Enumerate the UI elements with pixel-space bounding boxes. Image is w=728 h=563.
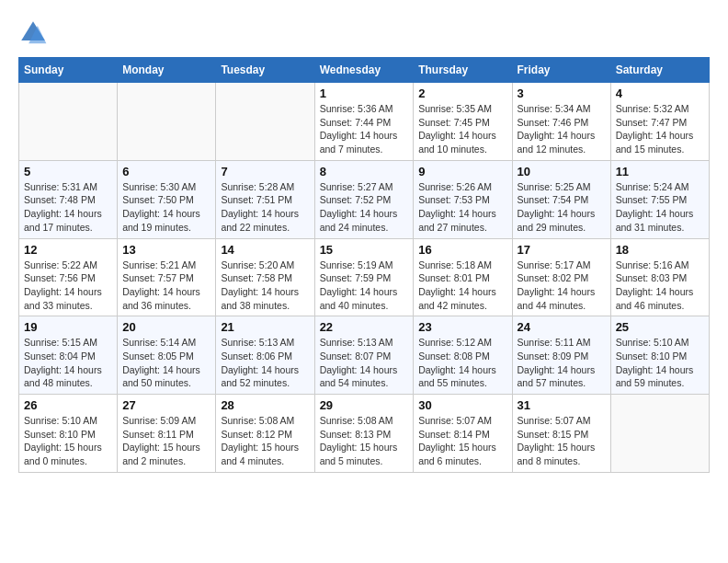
calendar-cell: 18Sunrise: 5:16 AMSunset: 8:03 PMDayligh… — [610, 238, 709, 316]
weekday-header-friday: Friday — [512, 58, 610, 83]
day-info: Sunrise: 5:36 AMSunset: 7:44 PMDaylight:… — [320, 102, 409, 156]
day-info: Sunrise: 5:10 AMSunset: 8:10 PMDaylight:… — [24, 414, 112, 468]
calendar-cell — [610, 395, 709, 473]
calendar-cell: 14Sunrise: 5:20 AMSunset: 7:58 PMDayligh… — [216, 238, 314, 316]
day-number: 2 — [418, 86, 506, 100]
day-info: Sunrise: 5:12 AMSunset: 8:08 PMDaylight:… — [418, 336, 506, 390]
day-info: Sunrise: 5:15 AMSunset: 8:04 PMDaylight:… — [24, 336, 112, 390]
calendar-cell: 30Sunrise: 5:07 AMSunset: 8:14 PMDayligh… — [414, 395, 512, 473]
calendar-cell: 22Sunrise: 5:13 AMSunset: 8:07 PMDayligh… — [314, 316, 414, 395]
day-info: Sunrise: 5:11 AMSunset: 8:09 PMDaylight:… — [518, 336, 606, 390]
calendar-cell: 8Sunrise: 5:27 AMSunset: 7:52 PMDaylight… — [314, 160, 414, 238]
day-info: Sunrise: 5:07 AMSunset: 8:15 PMDaylight:… — [518, 414, 606, 468]
day-number: 1 — [320, 86, 409, 100]
day-number: 17 — [518, 243, 606, 257]
calendar-week-1: 1Sunrise: 5:36 AMSunset: 7:44 PMDaylight… — [19, 83, 710, 161]
day-info: Sunrise: 5:08 AMSunset: 8:13 PMDaylight:… — [320, 414, 409, 468]
day-info: Sunrise: 5:19 AMSunset: 7:59 PMDaylight:… — [320, 259, 409, 313]
calendar-cell: 29Sunrise: 5:08 AMSunset: 8:13 PMDayligh… — [314, 395, 414, 473]
calendar-cell: 26Sunrise: 5:10 AMSunset: 8:10 PMDayligh… — [19, 395, 118, 473]
calendar-cell: 11Sunrise: 5:24 AMSunset: 7:55 PMDayligh… — [610, 160, 709, 238]
day-number: 6 — [122, 165, 210, 178]
day-info: Sunrise: 5:17 AMSunset: 8:02 PMDaylight:… — [518, 259, 606, 313]
day-number: 29 — [320, 398, 409, 412]
calendar-cell: 7Sunrise: 5:28 AMSunset: 7:51 PMDaylight… — [216, 160, 314, 238]
day-number: 7 — [221, 165, 309, 178]
day-number: 16 — [418, 243, 506, 257]
calendar-week-2: 5Sunrise: 5:31 AMSunset: 7:48 PMDaylight… — [19, 160, 710, 238]
calendar-cell: 20Sunrise: 5:14 AMSunset: 8:05 PMDayligh… — [118, 316, 216, 395]
day-info: Sunrise: 5:28 AMSunset: 7:51 PMDaylight:… — [221, 180, 309, 235]
day-number: 27 — [122, 398, 210, 412]
day-number: 22 — [320, 320, 409, 334]
day-number: 20 — [122, 320, 210, 334]
day-info: Sunrise: 5:10 AMSunset: 8:10 PMDaylight:… — [616, 336, 704, 390]
calendar-cell — [19, 83, 118, 161]
weekday-header-row: SundayMondayTuesdayWednesdayThursdayFrid… — [19, 58, 710, 83]
day-info: Sunrise: 5:31 AMSunset: 7:48 PMDaylight:… — [24, 180, 112, 235]
day-number: 26 — [24, 398, 112, 412]
calendar-cell: 21Sunrise: 5:13 AMSunset: 8:06 PMDayligh… — [216, 316, 314, 395]
day-number: 11 — [616, 165, 704, 178]
day-number: 14 — [221, 243, 309, 257]
calendar-cell: 13Sunrise: 5:21 AMSunset: 7:57 PMDayligh… — [118, 238, 216, 316]
day-number: 25 — [616, 320, 704, 334]
calendar-cell — [118, 83, 216, 161]
calendar-cell: 2Sunrise: 5:35 AMSunset: 7:45 PMDaylight… — [414, 83, 512, 161]
weekday-header-tuesday: Tuesday — [216, 58, 314, 83]
weekday-header-saturday: Saturday — [610, 58, 709, 83]
logo-icon — [18, 18, 48, 48]
day-number: 23 — [418, 320, 506, 334]
calendar-cell: 5Sunrise: 5:31 AMSunset: 7:48 PMDaylight… — [19, 160, 118, 238]
weekday-header-monday: Monday — [118, 58, 216, 83]
calendar-cell — [216, 83, 314, 161]
day-number: 18 — [616, 243, 704, 257]
day-info: Sunrise: 5:22 AMSunset: 7:56 PMDaylight:… — [24, 259, 112, 313]
day-info: Sunrise: 5:08 AMSunset: 8:12 PMDaylight:… — [221, 414, 309, 468]
calendar-table: SundayMondayTuesdayWednesdayThursdayFrid… — [18, 57, 710, 473]
weekday-header-sunday: Sunday — [19, 58, 118, 83]
day-info: Sunrise: 5:32 AMSunset: 7:47 PMDaylight:… — [616, 102, 704, 156]
calendar-cell: 15Sunrise: 5:19 AMSunset: 7:59 PMDayligh… — [314, 238, 414, 316]
calendar-cell: 10Sunrise: 5:25 AMSunset: 7:54 PMDayligh… — [512, 160, 610, 238]
day-number: 3 — [518, 86, 606, 100]
day-number: 21 — [221, 320, 309, 334]
day-number: 10 — [518, 165, 606, 178]
calendar-cell: 4Sunrise: 5:32 AMSunset: 7:47 PMDaylight… — [610, 83, 709, 161]
day-number: 31 — [518, 398, 606, 412]
weekday-header-wednesday: Wednesday — [314, 58, 414, 83]
calendar-cell: 9Sunrise: 5:26 AMSunset: 7:53 PMDaylight… — [414, 160, 512, 238]
weekday-header-thursday: Thursday — [414, 58, 512, 83]
calendar-cell: 12Sunrise: 5:22 AMSunset: 7:56 PMDayligh… — [19, 238, 118, 316]
calendar-week-4: 19Sunrise: 5:15 AMSunset: 8:04 PMDayligh… — [19, 316, 710, 395]
day-info: Sunrise: 5:20 AMSunset: 7:58 PMDaylight:… — [221, 259, 309, 313]
day-info: Sunrise: 5:14 AMSunset: 8:05 PMDaylight:… — [122, 336, 210, 390]
calendar-cell: 24Sunrise: 5:11 AMSunset: 8:09 PMDayligh… — [512, 316, 610, 395]
calendar-week-3: 12Sunrise: 5:22 AMSunset: 7:56 PMDayligh… — [19, 238, 710, 316]
calendar-cell: 28Sunrise: 5:08 AMSunset: 8:12 PMDayligh… — [216, 395, 314, 473]
calendar-cell: 16Sunrise: 5:18 AMSunset: 8:01 PMDayligh… — [414, 238, 512, 316]
calendar-cell: 23Sunrise: 5:12 AMSunset: 8:08 PMDayligh… — [414, 316, 512, 395]
day-info: Sunrise: 5:34 AMSunset: 7:46 PMDaylight:… — [518, 102, 606, 156]
calendar-cell: 17Sunrise: 5:17 AMSunset: 8:02 PMDayligh… — [512, 238, 610, 316]
day-info: Sunrise: 5:30 AMSunset: 7:50 PMDaylight:… — [122, 180, 210, 235]
day-info: Sunrise: 5:09 AMSunset: 8:11 PMDaylight:… — [122, 414, 210, 468]
calendar-cell: 27Sunrise: 5:09 AMSunset: 8:11 PMDayligh… — [118, 395, 216, 473]
day-number: 5 — [24, 165, 112, 178]
calendar-cell: 25Sunrise: 5:10 AMSunset: 8:10 PMDayligh… — [610, 316, 709, 395]
logo — [18, 18, 51, 48]
day-info: Sunrise: 5:18 AMSunset: 8:01 PMDaylight:… — [418, 259, 506, 313]
day-info: Sunrise: 5:21 AMSunset: 7:57 PMDaylight:… — [122, 259, 210, 313]
day-number: 8 — [320, 165, 409, 178]
day-info: Sunrise: 5:13 AMSunset: 8:07 PMDaylight:… — [320, 336, 409, 390]
day-info: Sunrise: 5:26 AMSunset: 7:53 PMDaylight:… — [418, 180, 506, 235]
day-number: 24 — [518, 320, 606, 334]
day-info: Sunrise: 5:24 AMSunset: 7:55 PMDaylight:… — [616, 180, 704, 235]
day-number: 15 — [320, 243, 409, 257]
day-info: Sunrise: 5:25 AMSunset: 7:54 PMDaylight:… — [518, 180, 606, 235]
calendar-week-5: 26Sunrise: 5:10 AMSunset: 8:10 PMDayligh… — [19, 395, 710, 473]
day-info: Sunrise: 5:13 AMSunset: 8:06 PMDaylight:… — [221, 336, 309, 390]
page-header — [18, 18, 710, 48]
calendar-cell: 6Sunrise: 5:30 AMSunset: 7:50 PMDaylight… — [118, 160, 216, 238]
day-number: 19 — [24, 320, 112, 334]
